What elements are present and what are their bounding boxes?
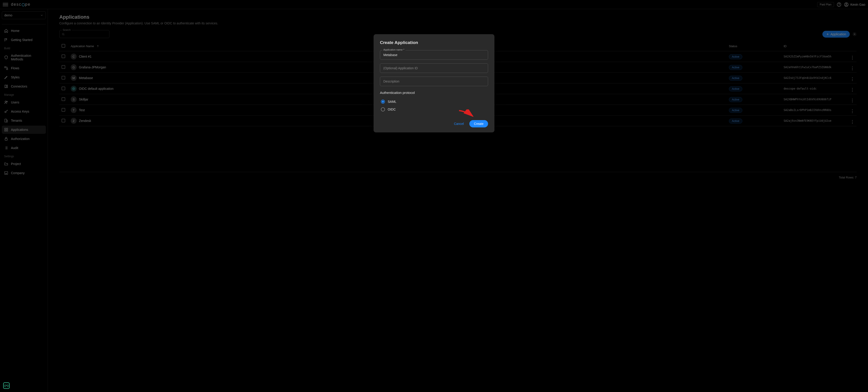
- application-id-input[interactable]: [380, 63, 488, 73]
- modal-title: Create Application: [380, 40, 488, 45]
- radio-saml[interactable]: SAML: [380, 98, 488, 105]
- description-input[interactable]: [380, 76, 488, 86]
- radio-label: OIDC: [388, 107, 396, 111]
- application-name-input[interactable]: [380, 50, 488, 60]
- radio-icon: [381, 107, 385, 111]
- protocol-section-title: Authentication protocol: [380, 91, 488, 95]
- cancel-button[interactable]: Cancel: [450, 120, 467, 127]
- field-label-name: Application name *: [382, 48, 405, 51]
- create-application-modal: Create Application Application name * Au…: [374, 34, 494, 132]
- modal-overlay[interactable]: Create Application Application name * Au…: [0, 0, 868, 392]
- chat-widget-icon[interactable]: ((•)): [3, 383, 9, 389]
- radio-icon-selected: [381, 100, 385, 104]
- create-button[interactable]: Create: [469, 120, 488, 127]
- radio-oidc[interactable]: OIDC: [380, 105, 488, 113]
- radio-label: SAML: [388, 100, 396, 103]
